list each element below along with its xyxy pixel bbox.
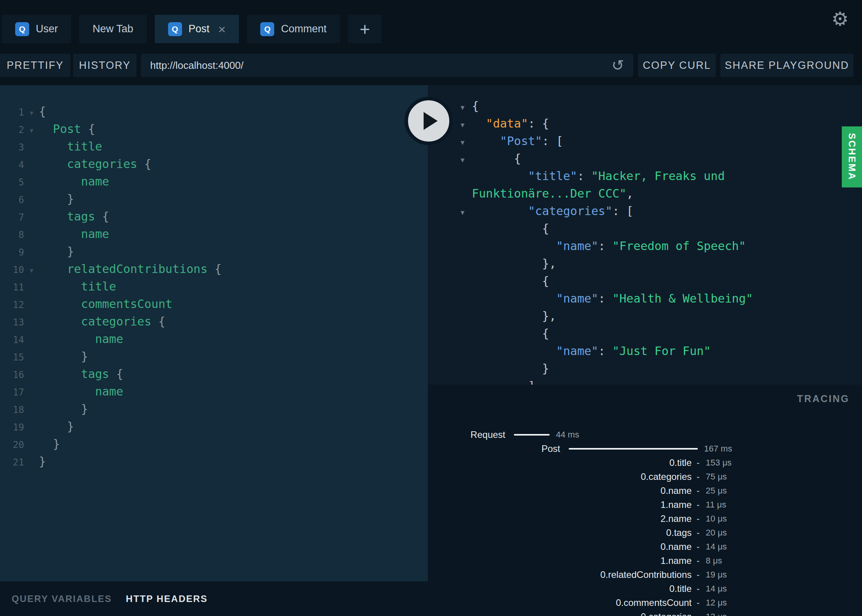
code-text: } <box>472 362 549 375</box>
query-badge-icon: Q <box>168 22 182 36</box>
close-tab-icon[interactable]: × <box>218 23 226 36</box>
tab-new-tab[interactable]: New Tab <box>79 15 147 43</box>
line-number: 3 <box>0 139 24 156</box>
share-playground-button[interactable]: SHARE PLAYGROUND <box>720 54 853 77</box>
code-line: 11title <box>0 278 428 295</box>
code-text: { <box>39 105 46 118</box>
line-number: 6 <box>0 191 24 209</box>
code-text: } <box>39 455 46 468</box>
prettify-button[interactable]: PRETTIFY <box>0 54 70 77</box>
code-line: Funktionäre...Der CCC", <box>428 185 862 202</box>
endpoint-url-input[interactable]: http://localhost:4000/ ↺ <box>141 54 633 77</box>
code-text: commentsCount <box>39 297 172 311</box>
collapse-arrow-icon[interactable]: ▾ <box>24 262 39 279</box>
code-line: "title": "Hacker, Freaks und <box>428 167 862 185</box>
code-line: ] <box>428 377 862 385</box>
trace-time: 13 μs <box>706 612 727 616</box>
code-text: Funktionäre...Der CCC", <box>472 187 633 200</box>
collapse-arrow-icon[interactable]: ▾ <box>24 104 39 122</box>
line-number: 11 <box>0 279 24 296</box>
trace-label: 1.name <box>428 499 692 510</box>
tab-user[interactable]: QUser <box>2 15 71 43</box>
http-headers-tab[interactable]: HTTP HEADERS <box>126 593 208 604</box>
code-text: } <box>39 192 74 206</box>
schema-tab[interactable]: SCHEMA <box>842 126 862 187</box>
trace-separator: - <box>697 584 699 594</box>
collapse-arrow-icon[interactable]: ▾ <box>461 99 472 116</box>
line-number: 12 <box>0 296 24 314</box>
code-text: tags { <box>39 367 123 381</box>
code-text: }, <box>472 257 556 270</box>
code-text: { <box>472 222 549 235</box>
trace-time: 167 ms <box>704 444 732 454</box>
code-line: 6} <box>0 190 428 208</box>
endpoint-url: http://localhost:4000/ <box>150 60 611 72</box>
code-line: 8name <box>0 225 428 243</box>
execute-button[interactable] <box>405 97 453 145</box>
trace-label: 0.commentsCount <box>428 597 692 608</box>
trace-row: Request44 ms <box>428 428 862 442</box>
tab-comment[interactable]: QComment <box>247 15 340 43</box>
trace-label: 0.title <box>428 583 692 594</box>
trace-label: 0.name <box>428 541 692 552</box>
code-text: } <box>39 437 60 451</box>
trace-separator: - <box>697 486 699 496</box>
line-number: 17 <box>0 384 24 401</box>
toolbar: PRETTIFY HISTORY http://localhost:4000/ … <box>0 44 862 85</box>
trace-row: Post167 ms <box>428 442 862 456</box>
line-number: 13 <box>0 314 24 331</box>
trace-time: 25 μs <box>706 486 727 496</box>
code-line: { <box>428 272 862 290</box>
line-number: 4 <box>0 156 24 174</box>
collapse-arrow-icon[interactable]: ▾ <box>461 116 472 134</box>
code-line: 5name <box>0 173 428 190</box>
code-line: 3title <box>0 138 428 155</box>
query-variables-tab[interactable]: QUERY VARIABLES <box>12 593 112 604</box>
trace-label: 1.name <box>428 555 692 566</box>
code-line: 14name <box>0 330 428 348</box>
code-line: { <box>428 325 862 342</box>
collapse-arrow-icon[interactable]: ▾ <box>461 204 472 221</box>
code-text: "name": "Just For Fun" <box>472 344 711 358</box>
trace-time: 44 ms <box>556 430 579 440</box>
trace-time: 8 μs <box>706 556 722 566</box>
trace-row: 0.categories-13 μs <box>428 610 862 616</box>
trace-label: 0.tags <box>428 527 692 538</box>
collapse-arrow-icon[interactable]: ▾ <box>461 134 472 151</box>
copy-curl-button[interactable]: COPY CURL <box>638 54 716 77</box>
tab-label: Comment <box>281 23 326 35</box>
tab-post[interactable]: QPost× <box>155 15 239 43</box>
trace-row: 0.commentsCount-12 μs <box>428 596 862 610</box>
code-line: ▾"data": { <box>428 115 862 132</box>
code-line: 16tags { <box>0 365 428 383</box>
settings-gear-icon[interactable]: ⚙ <box>831 9 849 29</box>
new-tab-button[interactable]: + <box>348 15 382 43</box>
collapse-arrow-icon[interactable]: ▾ <box>24 122 39 139</box>
trace-separator: - <box>697 542 699 552</box>
trace-label: Request <box>428 429 505 440</box>
trace-row: 2.name-10 μs <box>428 512 862 526</box>
play-icon <box>424 112 438 130</box>
query-badge-icon: Q <box>260 22 274 36</box>
code-line: 12commentsCount <box>0 295 428 313</box>
reload-icon[interactable]: ↺ <box>611 58 624 73</box>
code-text: title <box>39 280 116 293</box>
collapse-arrow-icon[interactable]: ▾ <box>461 151 472 169</box>
code-line: ▾"categories": [ <box>428 202 862 220</box>
trace-time: 19 μs <box>706 570 727 580</box>
tab-label: Post <box>189 23 210 35</box>
code-line: 20} <box>0 435 428 453</box>
code-text: Post { <box>39 122 95 136</box>
trace-row: 0.tags-20 μs <box>428 526 862 540</box>
tracing-title: TRACING <box>797 393 850 404</box>
trace-label: 0.title <box>428 457 692 468</box>
code-line: ▾"Post": [ <box>428 132 862 150</box>
trace-row: 1.name-11 μs <box>428 498 862 512</box>
query-editor[interactable]: 1▾{2▾Post {3title4categories {5name6}7ta… <box>0 85 428 581</box>
code-line: 2▾Post { <box>0 120 428 138</box>
code-line: "name": "Health & Wellbeing" <box>428 290 862 307</box>
trace-separator: - <box>697 570 699 580</box>
code-text: } <box>39 350 88 363</box>
code-text: categories { <box>39 157 151 171</box>
history-button[interactable]: HISTORY <box>73 54 137 77</box>
